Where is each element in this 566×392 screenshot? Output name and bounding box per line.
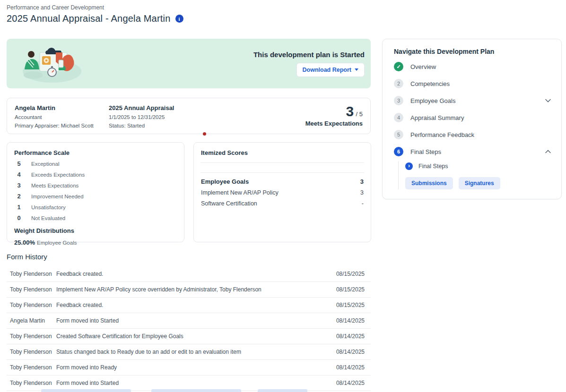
nav-item-performance-feedback[interactable]: 5 Performance Feedback [394, 129, 551, 140]
history-date: 08/14/2025 [336, 380, 365, 386]
history-date: 08/14/2025 [336, 333, 365, 340]
itemized-score: - [362, 200, 364, 207]
history-action: Implement New AR/AP Policy score overrid… [56, 286, 336, 293]
performance-scale-title: Performance Scale [14, 149, 177, 156]
scale-value: 2 [14, 193, 24, 200]
nav-item-label: Final Steps [410, 148, 441, 155]
scale-value: 5 [14, 160, 24, 167]
history-user: Toby Flenderson [10, 286, 56, 293]
form-status: Status: Started [109, 123, 174, 128]
chevron-right-circle-icon [405, 162, 413, 170]
scale-value: 3 [14, 182, 24, 189]
chevron-up-icon [545, 150, 551, 153]
scale-row: 4 Exceeds Expectations [14, 171, 177, 178]
alert-dot [203, 132, 206, 136]
scale-label: Exceptional [31, 161, 59, 167]
step-number-badge: 4 [394, 113, 403, 122]
chevron-down-icon [545, 99, 551, 102]
weight-percent: 25.00% [14, 239, 35, 246]
scale-label: Unsatisfactory [31, 205, 66, 210]
history-action: Feedback created. [56, 271, 336, 277]
itemized-label: Employee Goals [201, 178, 249, 185]
scale-value: 0 [14, 214, 24, 222]
info-icon[interactable] [175, 15, 183, 23]
download-report-label: Download Report [303, 67, 351, 73]
itemized-label: Implement New AR/AP Policy [201, 189, 279, 196]
score-out-of: / 5 [356, 111, 363, 118]
weight-label: Employee Goals [37, 240, 77, 246]
employee-title: Accountant [15, 114, 109, 120]
scale-value: 1 [14, 204, 24, 211]
scale-label: Improvement Needed [31, 194, 84, 199]
score-value: 3 [346, 103, 354, 119]
scale-value: 4 [14, 171, 24, 178]
history-row: Toby Flenderson Status changed back to R… [7, 344, 371, 360]
scale-row: 1 Unsatisfactory [14, 204, 177, 211]
form-period: 1/1/2025 to 12/31/2025 [109, 114, 174, 120]
banner-status-text: This development plan is Started [253, 51, 365, 59]
submissions-button[interactable]: Submissions [405, 177, 453, 189]
itemized-scores-title: Itemized Scores [201, 149, 364, 156]
download-report-button[interactable]: Download Report [296, 63, 365, 77]
history-user: Angela Martin [10, 317, 56, 324]
nav-item-label: Appraisal Summary [410, 114, 464, 121]
scale-row: 5 Exceptional [14, 160, 177, 167]
itemized-label: Software Certification [201, 200, 257, 207]
form-name: 2025 Annual Appraisal [109, 104, 174, 111]
scale-row: 0 Not Evaluated [14, 214, 177, 222]
step-number-badge: 3 [394, 96, 403, 105]
history-date: 08/14/2025 [336, 364, 365, 371]
history-action: Form moved into Started [56, 317, 336, 324]
nav-item-final-steps[interactable]: 6 Final Steps [394, 146, 551, 157]
nav-item-label: Competencies [410, 80, 450, 87]
performance-scale-card: Performance Scale 5 Exceptional 4 Exceed… [7, 142, 184, 242]
weight-distributions-title: Weight Distributions [14, 227, 177, 234]
history-action: Created Software Certification for Emplo… [56, 333, 336, 340]
itemized-score: 3 [360, 178, 364, 185]
nav-item-label: Performance Feedback [410, 131, 474, 138]
history-date: 08/14/2025 [336, 349, 365, 355]
form-history-table: Toby Flenderson Feedback created. 08/15/… [7, 266, 371, 391]
scale-label: Not Evaluated [31, 215, 65, 221]
cutoff-row-highlight [41, 389, 131, 392]
nav-item-label: Overview [410, 63, 436, 70]
itemized-row: Employee Goals 3 [201, 178, 364, 185]
step-number-badge: 2 [394, 79, 403, 88]
history-action: Status changed back to Ready due to an a… [56, 349, 336, 355]
divider [200, 162, 364, 163]
cutoff-row-highlight [258, 389, 307, 392]
nav-item-overview[interactable]: Overview [394, 61, 551, 72]
history-user: Toby Flenderson [10, 380, 56, 386]
history-date: 08/14/2025 [336, 317, 365, 324]
history-action: Form moved into Ready [56, 364, 336, 371]
history-user: Toby Flenderson [10, 364, 56, 371]
nav-item-competencies[interactable]: 2 Competencies [394, 78, 551, 89]
form-history-title: Form History [7, 253, 566, 261]
history-user: Toby Flenderson [10, 333, 56, 340]
appraisal-summary-card: Angela Martin Accountant Primary Apprais… [7, 98, 371, 134]
signatures-button[interactable]: Signatures [459, 177, 500, 189]
nav-item-employee-goals[interactable]: 3 Employee Goals [394, 95, 551, 106]
scale-row: 2 Improvement Needed [14, 193, 177, 200]
history-row: Toby Flenderson Feedback created. 08/15/… [7, 298, 371, 313]
nav-subitem-final-steps[interactable]: Final Steps [405, 161, 551, 171]
history-row: Toby Flenderson Feedback created. 08/15/… [7, 266, 371, 282]
history-action: Feedback created. [56, 302, 336, 308]
itemized-scores-card: Itemized Scores Employee Goals 3 Impleme… [193, 142, 371, 242]
page-title: 2025 Annual Appraisal - Angela Martin [7, 13, 171, 24]
final-steps-subsection: Final Steps Submissions Signatures [398, 161, 551, 189]
history-action: Form moved into Started [56, 380, 336, 386]
history-user: Toby Flenderson [10, 349, 56, 355]
history-row: Angela Martin Form moved into Started 08… [7, 313, 371, 329]
banner-illustration [19, 44, 85, 84]
breadcrumb[interactable]: Performance and Career Development [7, 4, 566, 11]
history-row: Toby Flenderson Form moved into Ready 08… [7, 360, 371, 375]
weight-row: 25.00%Employee Goals [14, 239, 177, 246]
scale-label: Exceeds Expectations [31, 172, 85, 178]
nav-item-appraisal-summary[interactable]: 4 Appraisal Summary [394, 112, 551, 123]
score-label: Meets Expectations [305, 120, 363, 127]
primary-appraiser: Primary Appraiser: Michael Scott [15, 123, 109, 128]
itemized-score: 3 [360, 189, 364, 196]
itemized-row: Implement New AR/AP Policy 3 [201, 189, 364, 196]
itemized-row: Software Certification - [201, 200, 364, 207]
